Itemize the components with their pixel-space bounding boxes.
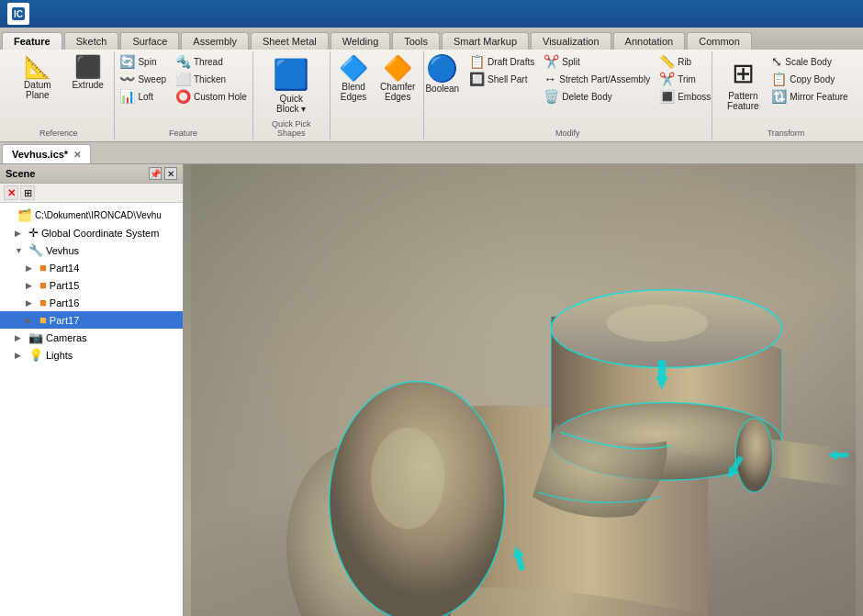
tree-item-lights[interactable]: ▶ 💡 Lights <box>0 346 183 364</box>
scene-title: Scene <box>6 168 35 179</box>
scale-body-icon: ⤡ <box>771 54 782 69</box>
scene-toolbar: ✕ ⊞ <box>0 184 183 203</box>
blend-edges-button[interactable]: 🔷 BlendEdges <box>333 53 374 105</box>
scene-close-button[interactable]: ✕ <box>164 167 177 180</box>
stretch-icon: ↔️ <box>544 72 556 86</box>
tree-item-vevhus[interactable]: ▼ 🔧 Vevhus <box>0 241 183 259</box>
scene-pin-button[interactable]: 📌 <box>149 167 162 180</box>
group-transform-label: Transform <box>768 129 805 138</box>
rib-icon: 📏 <box>659 54 675 69</box>
thread-button[interactable]: 🔩 Thread <box>172 53 251 70</box>
group-quick-pick: 🟦 QuickBlock ▾ Quick Pick Shapes <box>253 51 331 140</box>
split-button[interactable]: ✂️ Split <box>540 53 654 70</box>
tab-sheetmetal[interactable]: Sheet Metal <box>251 32 329 50</box>
sweep-button[interactable]: 〰️ Sweep <box>116 71 170 87</box>
spin-button[interactable]: 🔄 Spin <box>116 53 170 70</box>
delete-body-icon: 🗑️ <box>544 89 559 104</box>
loft-button[interactable]: 📊 Loft <box>116 88 170 105</box>
file-tab-close[interactable]: ✕ <box>73 150 81 160</box>
datum-plane-button[interactable]: 📐 Datum Plane <box>9 53 66 103</box>
tree-item-part15[interactable]: ▶ ■ Part15 <box>0 276 183 294</box>
trim-button[interactable]: ✂️ Trim <box>656 71 714 87</box>
viewport-svg <box>184 164 863 616</box>
group-reference: 📐 Datum Plane ⬛ Extrude Reference <box>4 51 115 140</box>
part17-icon: ■ <box>39 313 47 327</box>
lights-icon: 💡 <box>28 348 43 362</box>
tab-feature[interactable]: Feature <box>2 32 62 50</box>
part16-icon: ■ <box>39 296 47 309</box>
tab-tools[interactable]: Tools <box>392 32 440 50</box>
mirror-feature-icon: 🔃 <box>771 89 787 104</box>
draft-icon: 📋 <box>469 54 485 69</box>
scene-grid-button[interactable]: ⊞ <box>20 185 35 200</box>
copy-body-button[interactable]: 📋 Copy Body <box>768 71 851 87</box>
group-transform: ⊞ PatternFeature ⤡ Scale Body 📋 Copy Bod… <box>712 51 859 140</box>
emboss-button[interactable]: 🔳 Emboss <box>656 88 714 105</box>
coord-icon: ✛ <box>28 226 39 240</box>
boolean-icon: 🔵 <box>426 56 458 82</box>
scale-body-button[interactable]: ⤡ Scale Body <box>768 53 851 70</box>
scene-delete-button[interactable]: ✕ <box>4 185 18 200</box>
chamfer-edges-button[interactable]: 🔶 ChamferEdges <box>375 53 420 105</box>
scene-tree: 🗂️ C:\Dokument\IRONCAD\Vevhu ▶ ✛ Global … <box>0 203 183 616</box>
tree-item-cameras-label: Cameras <box>46 332 87 343</box>
file-tab-vevhus[interactable]: Vevhus.ics* ✕ <box>2 144 91 163</box>
tree-item-vevhus-label: Vevhus <box>46 245 79 256</box>
tree-item-part15-label: Part15 <box>50 280 79 291</box>
quick-block-icon: 🟦 <box>273 57 309 92</box>
tab-smartmarkup[interactable]: Smart Markup <box>442 32 529 50</box>
group-blend-chamfer: 🔷 BlendEdges 🔶 ChamferEdges <box>331 51 424 140</box>
tree-item-coord[interactable]: ▶ ✛ Global Coordinate System <box>0 224 183 241</box>
path-icon: 🗂️ <box>17 208 32 222</box>
mirror-feature-button[interactable]: 🔃 Mirror Feature <box>768 88 851 105</box>
rib-button[interactable]: 📏 Rib <box>656 53 714 70</box>
tree-item-part14[interactable]: ▶ ■ Part14 <box>0 259 183 276</box>
viewport[interactable] <box>184 164 863 616</box>
app-logo: IC <box>7 3 29 25</box>
trim-icon: ✂️ <box>659 72 675 86</box>
pattern-feature-button[interactable]: ⊞ PatternFeature <box>720 53 766 115</box>
tree-item-part14-label: Part14 <box>50 263 79 274</box>
tab-welding[interactable]: Welding <box>331 32 391 50</box>
tree-item-cameras[interactable]: ▶ 📷 Cameras <box>0 329 183 346</box>
custom-hole-button[interactable]: ⭕ Custom Hole <box>172 88 251 105</box>
title-bar: IC <box>0 0 863 28</box>
svg-point-7 <box>371 428 444 530</box>
scene-header: Scene 📌 ✕ <box>0 164 183 184</box>
tree-item-path: 🗂️ C:\Dokument\IRONCAD\Vevhu <box>0 207 183 224</box>
tab-surface[interactable]: Surface <box>120 32 179 50</box>
tree-item-part16[interactable]: ▶ ■ Part16 <box>0 294 183 311</box>
delete-body-button[interactable]: 🗑️ Delete Body <box>540 88 654 105</box>
cameras-icon: 📷 <box>28 330 43 344</box>
scene-panel: Scene 📌 ✕ ✕ ⊞ 🗂️ C:\Dokument\IRONCAD\Vev… <box>0 164 184 616</box>
tree-item-part17[interactable]: ▶ ■ Part17 <box>0 311 183 329</box>
extrude-button[interactable]: ⬛ Extrude <box>68 53 108 93</box>
tab-visualization[interactable]: Visualization <box>531 32 611 50</box>
group-feature: 🔄 Spin 〰️ Sweep 📊 Loft 🔩 Thre <box>115 51 253 140</box>
draft-drafts-button[interactable]: 📋 Draft Drafts <box>465 53 538 70</box>
tree-item-lights-label: Lights <box>46 350 73 361</box>
quick-block-button[interactable]: 🟦 QuickBlock ▾ <box>267 53 315 118</box>
boolean-button[interactable]: 🔵 Boolean <box>420 53 464 96</box>
stretch-assembly-button[interactable]: ↔️ Stretch Part/Assembly <box>540 71 654 87</box>
custom-hole-icon: ⭕ <box>175 89 191 104</box>
ribbon: Feature Sketch Surface Assembly Sheet Me… <box>0 28 863 142</box>
copy-body-icon: 📋 <box>771 72 787 86</box>
file-tab-bar: Vevhus.ics* ✕ <box>0 142 863 164</box>
part14-icon: ■ <box>39 261 47 274</box>
tree-item-path-label: C:\Dokument\IRONCAD\Vevhu <box>35 210 162 220</box>
thicken-button[interactable]: ⬜ Thicken <box>172 71 251 87</box>
split-icon: ✂️ <box>544 54 559 69</box>
tab-sketch[interactable]: Sketch <box>64 32 119 50</box>
spin-icon: 🔄 <box>119 54 135 69</box>
shell-part-button[interactable]: 🔲 Shell Part <box>465 71 538 87</box>
ribbon-tab-bar: Feature Sketch Surface Assembly Sheet Me… <box>0 28 863 50</box>
pattern-feature-icon: ⊞ <box>732 57 755 89</box>
tree-item-part16-label: Part16 <box>50 297 79 308</box>
tab-assembly[interactable]: Assembly <box>181 32 249 50</box>
sweep-icon: 〰️ <box>119 72 135 86</box>
tab-common[interactable]: Common <box>687 32 752 50</box>
loft-icon: 📊 <box>119 89 135 104</box>
tree-item-part17-label: Part17 <box>50 315 79 326</box>
tab-annotation[interactable]: Annotation <box>613 32 686 50</box>
